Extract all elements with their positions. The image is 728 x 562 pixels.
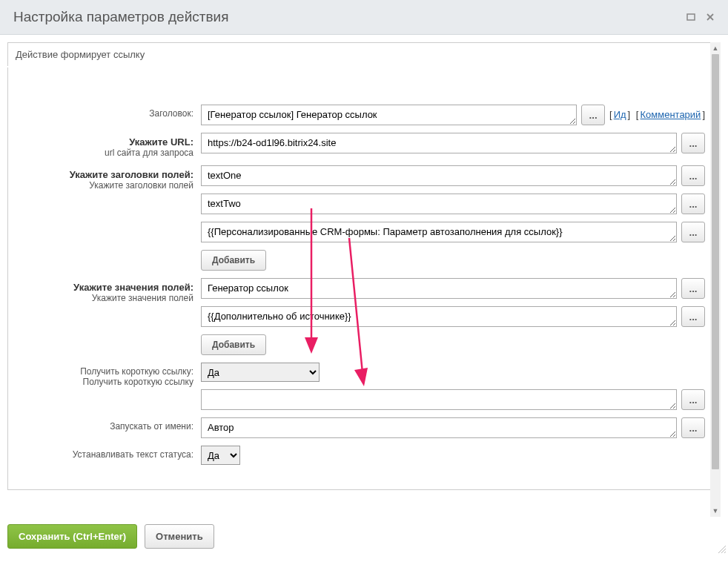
scrollbar-thumb[interactable]: [712, 54, 719, 469]
url-picker-button[interactable]: ...: [681, 133, 705, 153]
row-short-link: Получить короткую ссылку: Получить корот…: [23, 363, 705, 410]
row-heading: Заголовок: ... [Ид] [Комментарий]: [23, 105, 705, 125]
dialog-body: Действие формирует ссылку Заголовок: ...: [0, 35, 728, 517]
subtitle-bar: Действие формирует ссылку: [7, 42, 721, 66]
label-field-values-sub: Укажите значения полей: [23, 293, 193, 303]
label-short-link: Получить короткую ссылку:: [23, 366, 193, 377]
label-heading: Заголовок:: [23, 105, 201, 119]
url-input[interactable]: [201, 133, 677, 153]
scrollbar-up-arrow[interactable]: ▲: [710, 42, 721, 54]
run-as-input[interactable]: [201, 417, 677, 438]
short-link-extra-input[interactable]: [201, 389, 677, 410]
short-link-select[interactable]: Да Нет: [201, 363, 320, 382]
close-icon[interactable]: [706, 13, 715, 22]
row-field-headers: Укажите заголовки полей: Укажите заголов…: [23, 165, 705, 271]
maximize-icon[interactable]: [686, 13, 695, 22]
field-header-input-2[interactable]: [201, 222, 677, 242]
field-value-input-1[interactable]: [201, 306, 677, 327]
scroll-area: Действие формирует ссылку Заголовок: ...: [7, 42, 721, 517]
save-button[interactable]: Сохранить (Ctrl+Enter): [7, 524, 137, 549]
dialog-footer: Сохранить (Ctrl+Enter) Отменить: [0, 517, 728, 558]
resize-handle-icon[interactable]: [716, 543, 727, 556]
status-text-select[interactable]: Да Нет: [201, 446, 240, 465]
label-field-headers: Укажите заголовки полей:: [23, 169, 193, 180]
row-run-as: Запускать от имени: ...: [23, 417, 705, 438]
row-status-text: Устанавливать текст статуса: Да Нет: [23, 446, 705, 465]
cancel-button[interactable]: Отменить: [145, 524, 214, 549]
field-value-input-0[interactable]: [201, 278, 677, 299]
field-value-picker-1[interactable]: ...: [681, 306, 705, 327]
scrollbar[interactable]: ▲ ▼: [710, 42, 721, 517]
label-field-headers-sub: Укажите заголовки полей: [23, 180, 193, 191]
row-url: Укажите URL: url сайта для запроса ...: [23, 133, 705, 158]
short-link-picker-button[interactable]: ...: [681, 389, 705, 410]
field-value-picker-0[interactable]: ...: [681, 278, 705, 299]
add-field-header-button[interactable]: Добавить: [201, 250, 266, 271]
field-header-input-1[interactable]: [201, 194, 677, 214]
label-url: Укажите URL:: [23, 136, 193, 148]
dialog-header: Настройка параметров действия: [0, 0, 728, 35]
field-header-input-0[interactable]: [201, 165, 677, 186]
svg-line-9: [724, 552, 726, 553]
label-status-text: Устанавливать текст статуса:: [23, 449, 193, 460]
label-url-sub: url сайта для запроса: [23, 148, 193, 158]
link-id[interactable]: Ид: [614, 109, 626, 120]
dialog-window-controls: [686, 13, 715, 22]
svg-rect-0: [687, 14, 695, 20]
form-panel: Заголовок: ... [Ид] [Комментарий]: [7, 67, 721, 490]
heading-links: [Ид] [Комментарий]: [609, 105, 705, 120]
label-short-link-sub: Получить короткую ссылку: [23, 377, 193, 387]
heading-picker-button[interactable]: ...: [581, 105, 605, 125]
field-header-picker-2[interactable]: ...: [681, 222, 705, 242]
run-as-picker-button[interactable]: ...: [681, 417, 705, 438]
field-header-picker-1[interactable]: ...: [681, 194, 705, 214]
link-comment[interactable]: Комментарий: [640, 109, 701, 120]
dialog: Настройка параметров действия Действие ф…: [0, 0, 728, 558]
label-run-as: Запускать от имени:: [23, 421, 193, 432]
scrollbar-down-arrow[interactable]: ▼: [710, 505, 721, 517]
label-field-values: Укажите значения полей:: [23, 282, 193, 293]
heading-input[interactable]: [201, 105, 577, 125]
add-field-value-button[interactable]: Добавить: [201, 334, 266, 355]
field-header-picker-0[interactable]: ...: [681, 165, 705, 186]
row-field-values: Укажите значения полей: Укажите значения…: [23, 278, 705, 355]
dialog-title: Настройка параметров действия: [13, 9, 228, 25]
